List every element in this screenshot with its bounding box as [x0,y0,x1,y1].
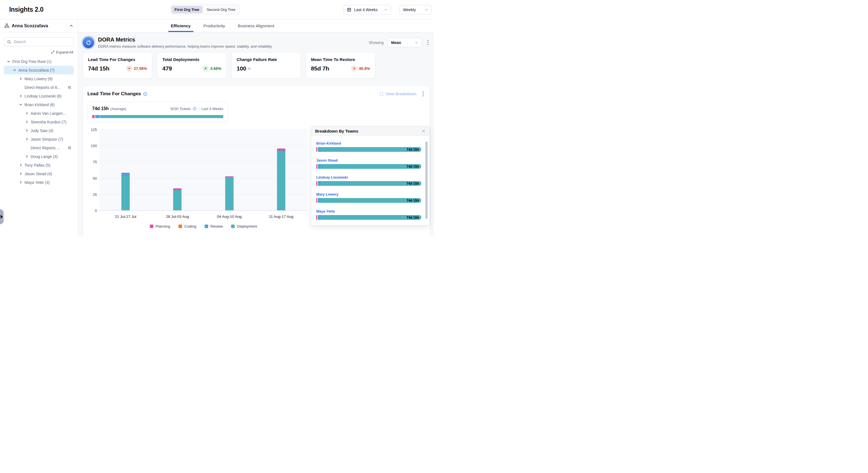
tab-business-alignment[interactable]: Business Alignment [235,20,277,32]
team-stacked-bar: 74d 15h [316,147,421,152]
tree-item-first-org-tree-root-1[interactable]: First Org Tree Root (1) [4,57,74,66]
tab-efficiency[interactable]: Efficiency [168,20,193,32]
legend-label: Coding [184,224,196,229]
average-bar-segment-planning [92,115,94,118]
showing-label: Showing [369,40,383,45]
tree-item-aaron-van-langen[interactable]: Aaron Van Langen... [4,109,74,118]
trend-up-arrow-icon [203,65,209,71]
dora-section-header: DORA Metrics DORA metrics measure softwa… [83,36,430,49]
tabs-group: Efficiency Productivity Business Alignme… [168,20,277,32]
legend-item-planning[interactable]: Planning [150,224,170,229]
team-name-link[interactable]: Maya Yette [316,209,335,213]
metric-card-value-row: 100% [237,65,296,72]
chevron-down-icon[interactable] [13,68,16,71]
close-icon[interactable] [422,129,426,133]
granularity-select[interactable]: Weekly [400,5,432,14]
team-name-link[interactable]: Mary Lowery [316,192,338,197]
legend-label: Review [211,224,223,229]
metric-card-value: 479 [162,65,172,72]
team-value-label: 74d 15h [406,165,419,169]
chevron-down-icon[interactable] [19,103,22,106]
scrollbar-thumb[interactable] [425,142,428,219]
average-meta: 5030 Tickets | Last 4 Weeks [170,107,223,111]
chevron-right-icon[interactable] [19,172,22,175]
legend-item-review[interactable]: Review [205,224,223,229]
view-breakdown-button[interactable]: View Breakdown [379,92,416,96]
chevron-right-icon[interactable] [25,155,28,158]
average-bar-segment-deployment [100,115,223,118]
org-toggle-second[interactable]: Second Org Tree [204,6,239,13]
tree-item-anna-scozzafava-7[interactable]: Anna Scozzafava (7) [4,66,74,75]
expand-all-label: Expand All [56,50,73,54]
bar-segment-review [121,173,130,176]
breakdown-by-teams-panel: Breakdown By Teams Brian Kirkland74d 15h… [311,126,430,225]
legend-item-coding[interactable]: Coding [179,224,196,229]
tree-item-lindsay-liszewski-8[interactable]: Lindsay Liszewski (8) [4,92,74,100]
chevron-right-icon[interactable] [25,120,28,123]
team-name-link[interactable]: Brian Kirkland [316,141,341,145]
tree-item-direct-reports[interactable]: Direct Reports ... [4,144,74,152]
chevron-up-icon[interactable] [69,24,73,28]
metric-card-title: Change Failure Rate [237,57,296,62]
metric-card-value: 74d 15h [88,65,110,72]
sidebar-header[interactable]: Anna Scozzafava [0,20,78,32]
aggregation-select[interactable]: Mean [388,38,422,47]
search-input[interactable] [13,39,71,44]
tree-item-doug-lange-3[interactable]: Doug Lange (3) [4,152,74,161]
tree-item-mary-lowery-6[interactable]: Mary Lowery (6) [4,75,74,83]
chevron-right-icon[interactable] [19,77,22,80]
team-name-link[interactable]: Jason Stead [316,158,338,162]
tree-item-direct-reports-of-a[interactable]: Direct Reports of A... [4,83,74,92]
tab-productivity[interactable]: Productivity [201,20,228,32]
legend-item-deployment[interactable]: Deployment [231,224,257,229]
average-stacked-bar [92,115,223,118]
date-range-value: Last 4 Weeks [354,7,381,12]
chevron-right-icon[interactable] [25,129,28,132]
divider: | [198,107,199,111]
chevron-right-icon[interactable] [19,181,22,184]
chevron-right-icon[interactable] [25,138,28,141]
chevron-right-icon[interactable] [19,164,22,167]
arrow-right-icon [1,215,3,219]
dora-description: DORA metrics measure software delivery p… [98,44,273,49]
lead-time-title: Lead Time For Changes [87,91,147,97]
kebab-menu-icon[interactable] [421,90,425,97]
chart-bar-21-jul-27-jul[interactable] [121,173,130,210]
tree-item-tony-pallas-5[interactable]: Tony Pallas (5) [4,161,74,169]
filter-sliders-icon[interactable] [67,146,71,150]
breakdown-row-lindsay-liszewski: Lindsay Liszewski74d 15h [316,175,421,186]
info-icon[interactable] [143,92,147,96]
chart-bar-28-jul-03-aug[interactable] [173,188,182,210]
tree-item-jason-stead-4[interactable]: Jason Stead (4) [4,169,74,178]
kebab-menu-icon[interactable] [426,39,430,46]
chevron-down-icon [384,8,388,11]
chevron-right-icon[interactable] [19,94,22,97]
sidebar-collapse-handle[interactable] [0,209,4,224]
tree-item-sireesha-kunduri-7[interactable]: Sireesha Kunduri (7) [4,118,74,126]
expand-all-button[interactable]: Expand All [4,50,73,54]
sidebar-user-name: Anna Scozzafava [12,23,48,28]
chart-x-axis: 21 Jul-27 Jul28 Jul-03 Aug04 Aug-10 Aug1… [100,214,307,219]
app-title: Insights 2.0 [9,6,43,13]
bar-segment-review [318,147,321,152]
breakdown-rows: Brian Kirkland74d 15hJason Stead74d 15hL… [311,136,430,220]
calendar-icon [347,7,351,12]
tree-item-maya-yette-3[interactable]: Maya Yette (3) [4,178,74,187]
team-name-link[interactable]: Lindsay Liszewski [316,175,348,179]
tree-item-judy-saw-4[interactable]: Judy Saw (4) [4,126,74,135]
tree-item-label: Jason Stead (4) [25,172,52,176]
chart-bar-04-aug-10-aug[interactable] [225,176,234,210]
chart-bar-11-aug-17-aug[interactable] [277,148,285,210]
info-icon[interactable] [193,107,196,111]
team-stacked-bar: 74d 15h [316,181,421,186]
chevron-down-icon[interactable] [7,60,10,63]
org-toggle-first[interactable]: First Org Tree [172,6,203,13]
filter-sliders-icon[interactable] [67,85,71,89]
tree-item-jason-simpson-7[interactable]: Jason Simpson (7) [4,135,74,144]
tree-item-brian-kirkland-6[interactable]: Brian Kirkland (6) [4,100,74,109]
sidebar-body: Expand All First Org Tree Root (1)Anna S… [0,32,78,187]
team-value-label: 74d 15h [406,199,419,203]
delta-badge: 40.8% [351,65,370,71]
date-range-select[interactable]: Last 4 Weeks [343,5,391,14]
chevron-right-icon[interactable] [25,112,28,115]
